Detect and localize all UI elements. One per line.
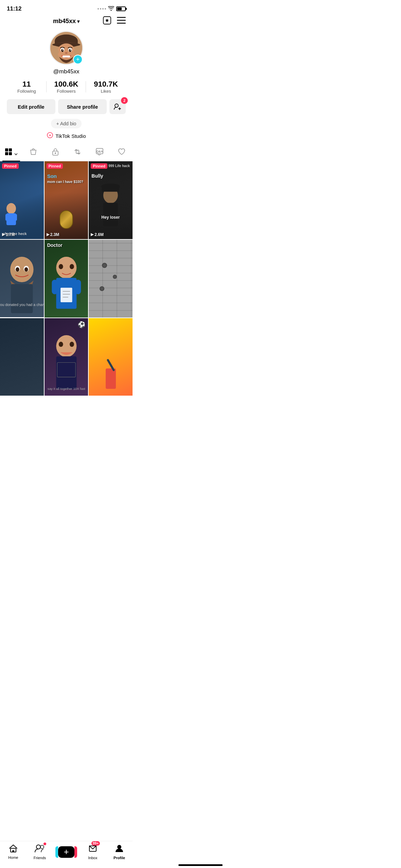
status-bar: 11:12 (0, 0, 133, 15)
svg-rect-17 (63, 56, 70, 58)
profile-handle: @mb45xx (53, 68, 80, 75)
svg-rect-3 (117, 23, 126, 24)
avatar-add-button[interactable]: + (73, 55, 83, 64)
header: mb45xx ▾ (0, 15, 133, 28)
stat-followers[interactable]: 100.6K Followers (47, 80, 86, 94)
svg-point-12 (61, 49, 64, 52)
svg-point-54 (70, 264, 74, 269)
likes-label: Likes (101, 89, 111, 94)
bag-icon (30, 148, 37, 157)
svg-rect-28 (9, 152, 12, 155)
header-username[interactable]: mb45xx ▾ (53, 18, 80, 25)
svg-rect-40 (103, 203, 118, 226)
stat-likes[interactable]: 910.7K Likes (86, 80, 126, 94)
header-icons (103, 16, 126, 27)
svg-rect-2 (117, 20, 126, 21)
share-profile-button[interactable]: Share profile (58, 99, 107, 114)
svg-point-62 (70, 342, 74, 347)
stats-row: 11 Following 100.6K Followers 910.7K Lik… (7, 80, 126, 94)
svg-point-13 (69, 49, 72, 52)
video-cell-6[interactable] (89, 240, 133, 318)
svg-rect-35 (5, 214, 8, 221)
pinned-badge: Pinned (47, 163, 63, 169)
svg-rect-60 (56, 356, 76, 389)
tiktok-studio-link[interactable]: ✦ TikTok Studio (47, 132, 86, 140)
tab-qa[interactable]: Q&A (88, 144, 110, 161)
lock-icon (52, 148, 59, 157)
studio-icon: ✦ (47, 132, 53, 140)
pinned-badge: Pinned (2, 163, 19, 169)
qa-icon: Q&A (96, 148, 103, 157)
bookmark-star-button[interactable] (103, 16, 111, 27)
svg-rect-1 (117, 17, 126, 18)
svg-point-20 (115, 104, 118, 107)
svg-text:if you donated you had a chanc: if you donated you had a chance (0, 303, 44, 307)
followers-count: 100.6K (54, 80, 79, 89)
grid-icon (5, 148, 18, 157)
friend-request-badge: 2 (121, 97, 128, 104)
tab-private[interactable] (44, 144, 66, 161)
svg-rect-25 (5, 148, 8, 151)
svg-text:say it all together 10X fast: say it all together 10X fast (48, 386, 85, 390)
svg-point-19 (74, 50, 77, 54)
video-cell-8[interactable]: say it all together 10X fast ⚽ (45, 318, 88, 396)
status-icons (98, 6, 126, 12)
wifi-icon (108, 6, 114, 12)
svg-point-53 (58, 264, 63, 269)
avatar-container: + (49, 31, 83, 65)
battery-icon (116, 6, 126, 11)
menu-button[interactable] (117, 17, 126, 26)
video-cell-4[interactable]: if you donated you had a chance (0, 240, 44, 318)
svg-point-42 (10, 257, 34, 282)
svg-text:✦: ✦ (49, 133, 51, 137)
video-cell-1[interactable]: Pinned what the heck ▶ 1.7M (0, 161, 44, 239)
video-views-3: ▶ 2.6M (91, 232, 104, 237)
add-friend-button[interactable]: 2 (109, 99, 126, 114)
video-views-2: ▶ 2.3M (47, 232, 59, 237)
svg-rect-27 (5, 152, 8, 155)
stat-following[interactable]: 11 Following (7, 80, 47, 94)
video-cell-3[interactable]: Pinned Bully 999 Life hack Hey loser ▶ 2… (89, 161, 133, 239)
profile-section: + @mb45xx 11 Following 100.6K Followers … (0, 28, 133, 144)
following-label: Following (17, 89, 36, 94)
svg-point-15 (70, 49, 71, 51)
svg-point-33 (6, 203, 16, 214)
svg-rect-55 (60, 288, 72, 302)
svg-point-61 (58, 342, 63, 347)
video-cell-2[interactable]: Pinned Son mom can I have $100? ▶ 2.3M (45, 161, 88, 239)
edit-profile-button[interactable]: Edit profile (7, 99, 55, 114)
studio-label: TikTok Studio (55, 133, 86, 139)
status-time: 11:12 (7, 5, 21, 12)
svg-rect-51 (52, 279, 57, 294)
signal-icon (98, 8, 106, 10)
repost-icon (74, 148, 81, 157)
svg-point-39 (101, 184, 120, 189)
action-buttons: Edit profile Share profile 2 (7, 99, 126, 114)
svg-rect-52 (75, 279, 81, 294)
video-grid: Pinned what the heck ▶ 1.7M Pinned Son (0, 161, 133, 396)
svg-text:Hey loser: Hey loser (102, 215, 120, 220)
svg-point-18 (56, 50, 59, 54)
svg-point-30 (55, 152, 56, 154)
video-cell-7[interactable] (0, 318, 44, 396)
svg-rect-36 (14, 214, 17, 221)
followers-label: Followers (57, 89, 76, 94)
add-bio-button[interactable]: + Add bio (51, 119, 82, 128)
svg-rect-26 (9, 148, 12, 151)
tab-liked[interactable] (110, 144, 133, 161)
tab-videos[interactable] (0, 144, 22, 161)
svg-point-46 (24, 267, 28, 272)
svg-point-45 (16, 267, 19, 272)
video-cell-5[interactable]: Doctor (45, 240, 88, 318)
svg-rect-47 (11, 284, 33, 313)
svg-point-14 (62, 49, 63, 51)
likes-count: 910.7K (94, 80, 118, 89)
following-count: 11 (22, 80, 31, 89)
tab-repost[interactable] (66, 144, 88, 161)
dropdown-chevron-icon: ▾ (77, 19, 80, 24)
heart-icon (118, 148, 125, 157)
video-cell-9[interactable]: Tool_Tips (89, 318, 133, 396)
tabs-row: Q&A (0, 144, 133, 161)
video-views-1: ▶ 1.7M (2, 232, 15, 237)
tab-shop[interactable] (22, 144, 44, 161)
